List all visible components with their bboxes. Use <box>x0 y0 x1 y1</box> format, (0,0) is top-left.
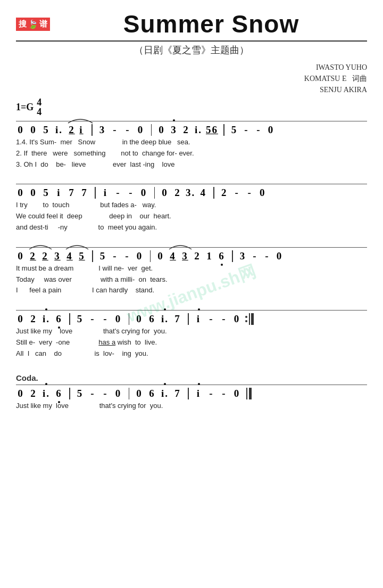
key-signature: 1=G 4 4 <box>16 97 41 117</box>
note: 6 <box>54 388 64 399</box>
note: 3 <box>169 124 179 136</box>
note: i. <box>160 388 170 399</box>
note: 0 <box>16 124 26 136</box>
note: 4 <box>65 250 74 262</box>
lyrics-line-3c: I feel a pain I can hardly stand. <box>16 285 367 296</box>
note: - <box>220 313 229 325</box>
note: - <box>245 187 255 199</box>
note: 3 <box>98 124 107 136</box>
lyrics-line-coda: Just like my love that's crying for you. <box>16 401 367 412</box>
note: 0 <box>135 250 145 262</box>
note: 0 <box>160 187 170 199</box>
note: 0 <box>29 124 38 136</box>
note: - <box>220 388 229 399</box>
lyrics-line-1a: 1.4. It's Sum- mer Snow in the deep blue… <box>16 137 367 148</box>
note: 6 <box>147 313 157 325</box>
note: 2 <box>220 187 229 199</box>
note: i. <box>194 124 203 136</box>
time-bottom: 4 <box>37 107 41 117</box>
note: - <box>127 187 136 199</box>
note: i <box>194 313 204 325</box>
bar-line <box>92 250 93 262</box>
dot-above <box>45 308 47 311</box>
lyrics-block-coda: Just like my love that's crying for you. <box>16 401 367 412</box>
notes-line-3: 0 2 2 3 4 5 5 - - <box>16 247 367 262</box>
note: 2 <box>29 313 38 325</box>
tonic: 1=G <box>16 102 34 113</box>
note: 2 <box>40 250 50 262</box>
note: 0 <box>156 250 165 262</box>
notes-line-2: 0 0 5 i 7 7 i - - 0 0 2 3. 4 <box>16 184 367 199</box>
note: 7 <box>80 187 89 199</box>
note: - <box>101 313 111 325</box>
note: 3. <box>186 187 195 199</box>
note: 0 <box>157 124 166 136</box>
bar-line <box>188 313 189 325</box>
note: 0 <box>267 124 276 136</box>
note: 0 <box>135 388 144 399</box>
lyrics-line-2a: I try to touch but fades a- way. <box>16 200 367 211</box>
score-section-3: 0 2 2 3 4 5 5 - - <box>16 247 367 301</box>
note: - <box>123 124 133 136</box>
note: i. <box>160 313 170 325</box>
time-top: 4 <box>37 97 41 107</box>
dot-above <box>198 308 200 311</box>
note: 0 <box>114 388 123 399</box>
note: - <box>111 124 120 136</box>
note: - <box>88 313 98 325</box>
note: 0 <box>275 250 285 262</box>
note: 3 <box>238 250 248 262</box>
note: - <box>123 250 132 262</box>
note: 3 <box>180 250 190 262</box>
logo-name: 谱 <box>39 19 47 29</box>
note: 0 <box>139 187 149 199</box>
coda-label: Coda. <box>16 373 367 382</box>
dot-above <box>173 119 175 121</box>
bar-line <box>95 187 96 199</box>
note: 3 <box>53 250 62 262</box>
subtitle: （日剧《夏之雪》主题曲） <box>16 44 367 56</box>
note: 2 <box>181 124 191 136</box>
bar-line <box>154 187 155 199</box>
dot-below <box>221 264 223 266</box>
bar-line <box>232 250 233 262</box>
lyrics-line-4b: Still e- very -one has a wish to live. <box>16 337 367 348</box>
note: i <box>77 124 86 136</box>
credits: IWASTO YUHO KOMATSU E 词曲 SENJU AKIRA <box>16 62 367 95</box>
note: - <box>263 250 272 262</box>
bar-line <box>188 388 189 399</box>
note: i <box>101 187 111 199</box>
note: 0 <box>135 313 144 325</box>
note: 1 <box>205 250 214 262</box>
logo: 搜 🍃 谱 <box>16 18 50 31</box>
dot-below <box>58 326 60 329</box>
lyrics-line-1c: 3. Oh I do be- lieve ever last -ing love <box>16 159 367 170</box>
note: 0 <box>258 187 268 199</box>
note: - <box>88 388 98 399</box>
logo-search: 搜 <box>19 19 27 29</box>
bar-line <box>129 388 130 399</box>
bar-line <box>69 313 70 325</box>
note: 5 <box>98 250 108 262</box>
note: 0 <box>16 313 26 325</box>
note: 0 <box>16 250 26 262</box>
lyrics-block-1: 1.4. It's Sum- mer Snow in the deep blue… <box>16 137 367 170</box>
final-bar <box>246 388 252 399</box>
note: 0 <box>232 388 242 399</box>
note: i. <box>41 313 51 325</box>
repeat-sign <box>245 313 254 325</box>
dot-below <box>58 401 60 403</box>
note: - <box>207 313 217 325</box>
note: 5 <box>77 250 87 262</box>
score-section-1: 0 0 5 i. 2 i 3 - - 0 0 <box>16 121 367 175</box>
dot-above <box>164 383 166 385</box>
logo-leaf-icon: 🍃 <box>28 19 38 29</box>
lyrics-line-4a: Just like my love that's crying for you. <box>16 326 367 337</box>
credits-text: IWASTO YUHO KOMATSU E 词曲 SENJU AKIRA <box>304 62 367 95</box>
note: - <box>207 388 217 399</box>
note: 2 <box>67 124 77 136</box>
notes-line-4: 0 2 i. 6 5 - - 0 0 6 <box>16 310 367 325</box>
credits-label: 词曲 <box>352 75 367 83</box>
lyrics-line-1b: 2. If there were something not to change… <box>16 148 367 159</box>
composer-line2: KOMATSU E <box>304 75 347 83</box>
